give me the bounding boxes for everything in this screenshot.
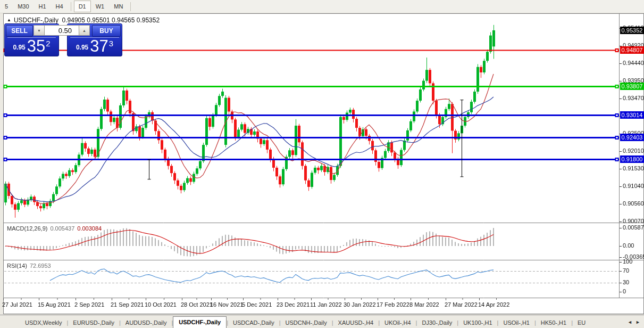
timeframe-button-m30[interactable]: M30: [13, 1, 34, 12]
buy-price-prefix: 0.95: [76, 44, 88, 51]
toolbar-separator: [71, 2, 71, 11]
chart-tab-usoil-h1[interactable]: USOil-,H1: [498, 317, 534, 328]
chart-tab-uk100-h1[interactable]: UK100-,H1: [458, 317, 497, 328]
sell-price-pipette: 2: [46, 39, 50, 48]
timeframe-button-h1[interactable]: H1: [34, 1, 51, 12]
timeframe-button-d1[interactable]: D1: [74, 1, 91, 12]
chart-tab-usdchf-daily[interactable]: USDCHF-,Daily: [173, 316, 227, 328]
chart-tab-usdcad-daily[interactable]: USDCAD-,Daily: [228, 317, 279, 328]
timeframe-toolbar: 5M30H1H4D1W1MN: [0, 0, 644, 13]
sell-price: 0.95 35 2: [5, 38, 58, 54]
chart-tab-eurusd-daily[interactable]: EURUSD-,Daily: [68, 317, 119, 328]
volume-spinner: ▼ ▲: [34, 25, 90, 36]
chart-tab-usdx-weekly[interactable]: USDX,Weekly: [20, 317, 66, 328]
chart-tab-hk50-h1[interactable]: HK50-,H1: [536, 317, 571, 328]
chart-tab-usdcnh-daily[interactable]: USDCNH-,Daily: [281, 317, 332, 328]
toolbar-separator: [130, 2, 131, 11]
timeframe-button-w1[interactable]: W1: [91, 1, 110, 12]
trading-app-window: 5M30H1H4D1W1MN ▲USDCHF-,Daily 0.94905 0.…: [0, 0, 644, 328]
volume-increase-button[interactable]: ▲: [79, 25, 90, 36]
timeframe-button-h4[interactable]: H4: [51, 1, 68, 12]
timeframe-button-5[interactable]: 5: [0, 1, 13, 12]
sell-price-prefix: 0.95: [13, 44, 25, 51]
chart-tab-bar: USDX,Weekly|EURUSD-,Daily|AUDUSD-,Daily|…: [0, 315, 644, 328]
chart-tab-audusd-daily[interactable]: AUDUSD-,Daily: [121, 317, 172, 328]
buy-price-big: 37: [90, 38, 108, 54]
buy-button[interactable]: BUY: [92, 25, 121, 37]
buy-price: 0.95 37 3: [68, 38, 122, 54]
buy-price-pipette: 3: [109, 39, 113, 48]
chart-tab-eu[interactable]: EU: [573, 317, 590, 328]
sell-button[interactable]: SELL: [6, 25, 33, 37]
chart-tab-ukoil-h4[interactable]: UKOil-,H4: [380, 317, 416, 328]
volume-input[interactable]: [45, 25, 79, 36]
volume-decrease-button[interactable]: ▼: [34, 25, 45, 36]
chart-tab-xauusd-h4[interactable]: XAUUSD-,H4: [333, 317, 379, 328]
one-click-trading-panel: 0.95 35 2 0.95 37 3 SELL BUY ▼ ▲: [4, 23, 122, 56]
tab-scroll-right-icon[interactable]: ►: [634, 319, 642, 325]
tab-scroll-left-icon[interactable]: ◄: [626, 319, 634, 325]
chart-tab-dj30-daily[interactable]: DJ30-,Daily: [417, 317, 457, 328]
sell-price-big: 35: [27, 38, 45, 54]
timeframe-button-mn[interactable]: MN: [109, 1, 128, 12]
price-chart-canvas[interactable]: [0, 13, 644, 315]
